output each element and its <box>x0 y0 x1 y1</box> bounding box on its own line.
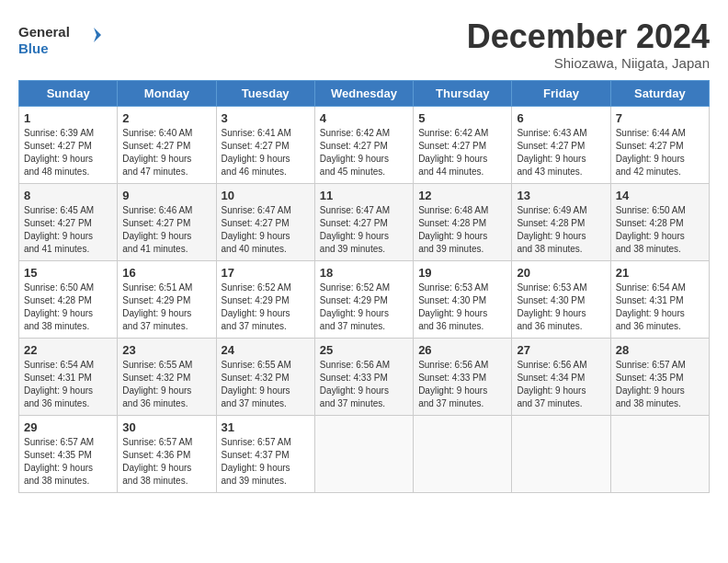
day-number: 18 <box>320 266 408 280</box>
day-info: Sunrise: 6:45 AMSunset: 4:27 PMDaylight:… <box>24 204 112 256</box>
day-info: Sunrise: 6:47 AMSunset: 4:27 PMDaylight:… <box>222 204 310 256</box>
day-info: Sunrise: 6:40 AMSunset: 4:27 PMDaylight:… <box>122 127 210 178</box>
calendar-cell: 4Sunrise: 6:42 AMSunset: 4:27 PMDaylight… <box>314 106 413 183</box>
day-info: Sunrise: 6:39 AMSunset: 4:27 PMDaylight:… <box>24 127 112 178</box>
calendar-cell: 13Sunrise: 6:49 AMSunset: 4:28 PMDayligh… <box>512 183 610 260</box>
calendar-cell: 25Sunrise: 6:56 AMSunset: 4:33 PMDayligh… <box>314 338 413 415</box>
day-number: 27 <box>517 343 605 357</box>
day-number: 13 <box>517 189 605 202</box>
weekday-header-tuesday: Tuesday <box>216 80 314 106</box>
calendar-cell: 31Sunrise: 6:57 AMSunset: 4:37 PMDayligh… <box>216 415 314 492</box>
calendar-cell <box>314 415 413 492</box>
day-number: 28 <box>616 343 704 357</box>
day-number: 8 <box>24 189 112 202</box>
day-info: Sunrise: 6:42 AMSunset: 4:27 PMDaylight:… <box>320 127 408 178</box>
day-info: Sunrise: 6:57 AMSunset: 4:35 PMDaylight:… <box>616 359 704 410</box>
calendar-cell: 21Sunrise: 6:54 AMSunset: 4:31 PMDayligh… <box>610 260 709 338</box>
calendar-cell: 23Sunrise: 6:55 AMSunset: 4:32 PMDayligh… <box>118 338 216 415</box>
weekday-header-saturday: Saturday <box>610 80 709 106</box>
calendar-cell: 6Sunrise: 6:43 AMSunset: 4:27 PMDaylight… <box>512 106 610 183</box>
day-number: 7 <box>616 111 704 125</box>
calendar-cell: 18Sunrise: 6:52 AMSunset: 4:29 PMDayligh… <box>314 260 413 338</box>
calendar-cell: 9Sunrise: 6:46 AMSunset: 4:27 PMDaylight… <box>118 183 216 260</box>
day-info: Sunrise: 6:56 AMSunset: 4:33 PMDaylight:… <box>418 359 506 410</box>
day-number: 4 <box>320 111 408 125</box>
day-number: 24 <box>222 343 310 357</box>
calendar-cell: 24Sunrise: 6:55 AMSunset: 4:32 PMDayligh… <box>216 338 314 415</box>
calendar-cell: 2Sunrise: 6:40 AMSunset: 4:27 PMDaylight… <box>118 106 216 183</box>
day-number: 20 <box>517 266 605 280</box>
calendar-cell: 1Sunrise: 6:39 AMSunset: 4:27 PMDaylight… <box>19 106 118 183</box>
calendar-cell: 15Sunrise: 6:50 AMSunset: 4:28 PMDayligh… <box>19 260 118 338</box>
day-number: 16 <box>122 266 210 280</box>
day-number: 2 <box>122 111 210 125</box>
day-number: 21 <box>616 266 704 280</box>
day-info: Sunrise: 6:44 AMSunset: 4:27 PMDaylight:… <box>616 127 704 178</box>
day-number: 29 <box>24 420 112 434</box>
day-info: Sunrise: 6:50 AMSunset: 4:28 PMDaylight:… <box>616 204 704 256</box>
calendar-cell: 8Sunrise: 6:45 AMSunset: 4:27 PMDaylight… <box>19 183 118 260</box>
logo: General Blue <box>18 18 101 59</box>
day-number: 30 <box>122 420 210 434</box>
calendar-cell: 5Sunrise: 6:42 AMSunset: 4:27 PMDaylight… <box>414 106 512 183</box>
day-info: Sunrise: 6:56 AMSunset: 4:33 PMDaylight:… <box>320 359 408 410</box>
day-info: Sunrise: 6:56 AMSunset: 4:34 PMDaylight:… <box>517 359 605 410</box>
calendar-cell <box>610 415 709 492</box>
day-info: Sunrise: 6:51 AMSunset: 4:29 PMDaylight:… <box>122 282 210 333</box>
weekday-header-friday: Friday <box>512 80 610 106</box>
page-header: General Blue December 2024 Shiozawa, Nii… <box>18 18 710 71</box>
day-number: 12 <box>418 189 506 202</box>
day-number: 25 <box>320 343 408 357</box>
day-info: Sunrise: 6:57 AMSunset: 4:35 PMDaylight:… <box>24 436 112 488</box>
weekday-header-thursday: Thursday <box>414 80 512 106</box>
day-info: Sunrise: 6:53 AMSunset: 4:30 PMDaylight:… <box>418 282 506 333</box>
calendar-cell: 17Sunrise: 6:52 AMSunset: 4:29 PMDayligh… <box>216 260 314 338</box>
day-number: 17 <box>222 266 310 280</box>
day-info: Sunrise: 6:55 AMSunset: 4:32 PMDaylight:… <box>222 359 310 410</box>
title-block: December 2024 Shiozawa, Niigata, Japan <box>467 18 710 71</box>
day-info: Sunrise: 6:50 AMSunset: 4:28 PMDaylight:… <box>24 282 112 333</box>
day-info: Sunrise: 6:57 AMSunset: 4:37 PMDaylight:… <box>222 436 310 488</box>
svg-text:General: General <box>18 24 70 40</box>
calendar-cell: 11Sunrise: 6:47 AMSunset: 4:27 PMDayligh… <box>314 183 413 260</box>
day-info: Sunrise: 6:47 AMSunset: 4:27 PMDaylight:… <box>320 204 408 256</box>
day-number: 22 <box>24 343 112 357</box>
day-number: 5 <box>418 111 506 125</box>
day-number: 11 <box>320 189 408 202</box>
day-info: Sunrise: 6:41 AMSunset: 4:27 PMDaylight:… <box>222 127 310 178</box>
location-subtitle: Shiozawa, Niigata, Japan <box>467 55 710 71</box>
day-number: 3 <box>222 111 310 125</box>
day-number: 19 <box>418 266 506 280</box>
calendar-cell: 3Sunrise: 6:41 AMSunset: 4:27 PMDaylight… <box>216 106 314 183</box>
calendar-cell: 16Sunrise: 6:51 AMSunset: 4:29 PMDayligh… <box>118 260 216 338</box>
day-number: 23 <box>122 343 210 357</box>
calendar-cell: 20Sunrise: 6:53 AMSunset: 4:30 PMDayligh… <box>512 260 610 338</box>
calendar-cell: 19Sunrise: 6:53 AMSunset: 4:30 PMDayligh… <box>414 260 512 338</box>
day-info: Sunrise: 6:46 AMSunset: 4:27 PMDaylight:… <box>122 204 210 256</box>
day-number: 1 <box>24 111 112 125</box>
svg-text:Blue: Blue <box>18 40 49 56</box>
day-info: Sunrise: 6:52 AMSunset: 4:29 PMDaylight:… <box>222 282 310 333</box>
day-info: Sunrise: 6:53 AMSunset: 4:30 PMDaylight:… <box>517 282 605 333</box>
logo-svg: General Blue <box>18 18 101 59</box>
weekday-header-sunday: Sunday <box>19 80 118 106</box>
day-number: 6 <box>517 111 605 125</box>
day-number: 9 <box>122 189 210 202</box>
calendar-cell: 7Sunrise: 6:44 AMSunset: 4:27 PMDaylight… <box>610 106 709 183</box>
calendar-cell <box>414 415 512 492</box>
calendar-cell: 30Sunrise: 6:57 AMSunset: 4:36 PMDayligh… <box>118 415 216 492</box>
calendar-cell: 29Sunrise: 6:57 AMSunset: 4:35 PMDayligh… <box>19 415 118 492</box>
day-info: Sunrise: 6:54 AMSunset: 4:31 PMDaylight:… <box>24 359 112 410</box>
day-number: 26 <box>418 343 506 357</box>
calendar-cell: 27Sunrise: 6:56 AMSunset: 4:34 PMDayligh… <box>512 338 610 415</box>
calendar-cell: 14Sunrise: 6:50 AMSunset: 4:28 PMDayligh… <box>610 183 709 260</box>
day-number: 31 <box>222 420 310 434</box>
day-number: 10 <box>222 189 310 202</box>
calendar-cell <box>512 415 610 492</box>
weekday-header-monday: Monday <box>118 80 216 106</box>
day-info: Sunrise: 6:43 AMSunset: 4:27 PMDaylight:… <box>517 127 605 178</box>
calendar-cell: 12Sunrise: 6:48 AMSunset: 4:28 PMDayligh… <box>414 183 512 260</box>
calendar-cell: 28Sunrise: 6:57 AMSunset: 4:35 PMDayligh… <box>610 338 709 415</box>
calendar-cell: 10Sunrise: 6:47 AMSunset: 4:27 PMDayligh… <box>216 183 314 260</box>
day-info: Sunrise: 6:42 AMSunset: 4:27 PMDaylight:… <box>418 127 506 178</box>
